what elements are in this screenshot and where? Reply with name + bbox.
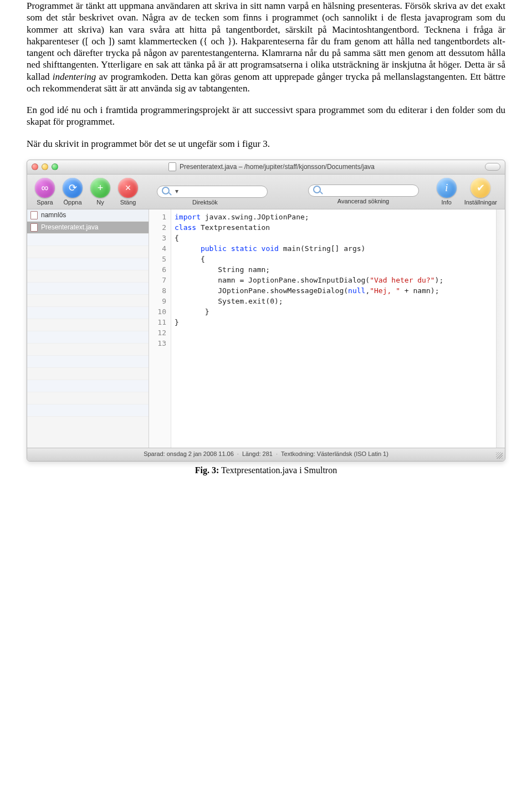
close-window-icon[interactable] bbox=[32, 163, 38, 170]
close-label: Stäng bbox=[120, 199, 136, 207]
window-controls bbox=[32, 163, 58, 170]
code-editor[interactable]: 1234567 8910111213 import javax.swing.JO… bbox=[149, 209, 505, 448]
resize-grip-icon[interactable] bbox=[496, 452, 503, 459]
vertical-scrollbar[interactable] bbox=[496, 209, 505, 448]
code-content[interactable]: import javax.swing.JOptionPane;class Tex… bbox=[171, 209, 496, 448]
titlebar: Presenteratext.java – /home/jupiter/staf… bbox=[27, 160, 505, 175]
sidebar-item-file[interactable]: namnlös bbox=[27, 209, 149, 222]
save-button[interactable]: ∞ Spara bbox=[33, 178, 57, 207]
doc-paragraph-1: Programmet är tänkt att uppmana användar… bbox=[27, 0, 505, 94]
info-icon: i bbox=[437, 178, 457, 198]
file-icon bbox=[30, 223, 38, 232]
save-icon: ∞ bbox=[35, 178, 55, 198]
close-icon: × bbox=[118, 178, 138, 198]
sidebar-item-label: Presenteratext.java bbox=[41, 223, 98, 232]
caption-label: Fig. 3: bbox=[195, 465, 219, 475]
prefs-button[interactable]: ✔ Inställningar bbox=[462, 178, 499, 207]
open-label: Öppna bbox=[63, 199, 81, 207]
search-icon bbox=[162, 187, 170, 197]
save-label: Spara bbox=[37, 199, 53, 207]
search-input[interactable]: ▾ bbox=[157, 186, 268, 198]
info-label: Info bbox=[442, 199, 452, 207]
info-button[interactable]: i Info bbox=[434, 178, 459, 207]
file-icon bbox=[30, 211, 38, 219]
sidebar-item-file[interactable]: Presenteratext.java bbox=[27, 222, 149, 234]
figure-caption: Fig. 3: Textpresentation.java i Smultron bbox=[27, 465, 505, 476]
prefs-icon: ✔ bbox=[470, 178, 490, 198]
open-button[interactable]: ⟳ Öppna bbox=[60, 178, 85, 207]
new-button[interactable]: + Ny bbox=[88, 178, 112, 207]
search-label: Direktsök bbox=[192, 199, 218, 207]
search-icon bbox=[313, 186, 321, 196]
status-length: Längd: 281 bbox=[242, 450, 273, 458]
p1b-italic: indentering bbox=[53, 71, 96, 82]
advanced-search-input[interactable] bbox=[308, 185, 419, 197]
open-icon: ⟳ bbox=[63, 178, 83, 198]
editor-window: Presenteratext.java – /home/jupiter/staf… bbox=[27, 160, 505, 462]
new-label: Ny bbox=[96, 199, 104, 207]
p1c-text: av programkoden. Detta kan göras genom a… bbox=[27, 71, 505, 94]
zoom-window-icon[interactable] bbox=[52, 163, 58, 170]
close-button[interactable]: × Stäng bbox=[116, 178, 140, 207]
status-encoding: Textkodning: Västerländsk (ISO Latin 1) bbox=[281, 450, 388, 458]
line-gutter: 1234567 8910111213 bbox=[149, 209, 171, 448]
search-group: ▾ Direktsök bbox=[157, 186, 292, 207]
file-sidebar: namnlös Presenteratext.java bbox=[27, 209, 149, 448]
status-saved: Sparad: onsdag 2 jan 2008 11.06 bbox=[144, 450, 234, 458]
new-icon: + bbox=[90, 178, 110, 198]
document-icon bbox=[168, 162, 176, 171]
minimize-window-icon[interactable] bbox=[42, 163, 48, 170]
prefs-label: Inställningar bbox=[464, 199, 497, 207]
toolbar-toggle-icon[interactable] bbox=[485, 163, 500, 171]
sidebar-item-label: namnlös bbox=[41, 211, 66, 219]
window-title: Presenteratext.java – /home/jupiter/staf… bbox=[180, 163, 375, 171]
window-title-area: Presenteratext.java – /home/jupiter/staf… bbox=[63, 162, 480, 171]
doc-paragraph-2: En god idé nu och i framtida programmeri… bbox=[27, 104, 505, 128]
statusbar: Sparad: onsdag 2 jan 2008 11.06 · Längd:… bbox=[27, 448, 505, 461]
main-area: namnlös Presenteratext.java 1234567 8910… bbox=[27, 209, 505, 448]
doc-paragraph-3: När du skrivit in programmet bör det se … bbox=[27, 138, 505, 150]
advanced-search-label: Avancerad sökning bbox=[337, 198, 389, 207]
caption-text: Textpresentation.java i Smultron bbox=[219, 465, 337, 475]
toolbar: ∞ Spara ⟳ Öppna + Ny × Stäng ▾ Direktsök bbox=[27, 175, 505, 209]
